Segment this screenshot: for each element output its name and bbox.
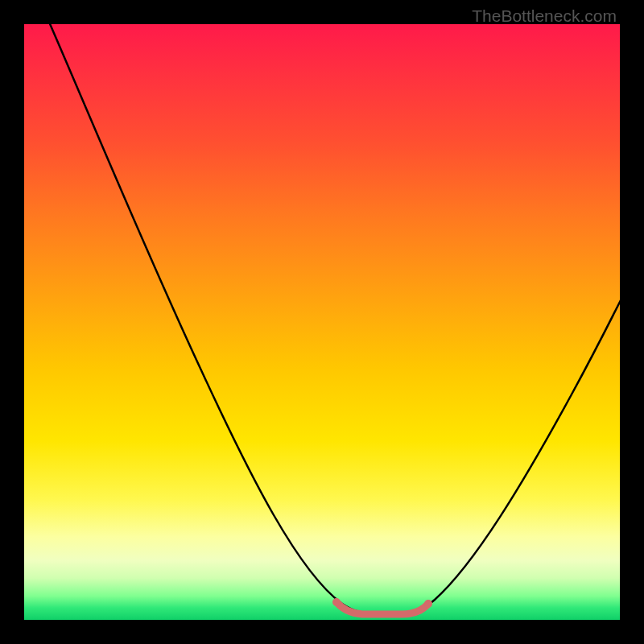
optimal-range-marker [336, 602, 428, 614]
marker-end-dot [424, 600, 432, 608]
chart-container: { "watermark": "TheBottleneck.com", "cha… [0, 0, 644, 644]
bottleneck-curve [48, 24, 620, 613]
plot-area [24, 24, 620, 620]
watermark-text: TheBottleneck.com [472, 6, 617, 26]
chart-svg [24, 24, 620, 620]
marker-start-dot [332, 598, 341, 606]
